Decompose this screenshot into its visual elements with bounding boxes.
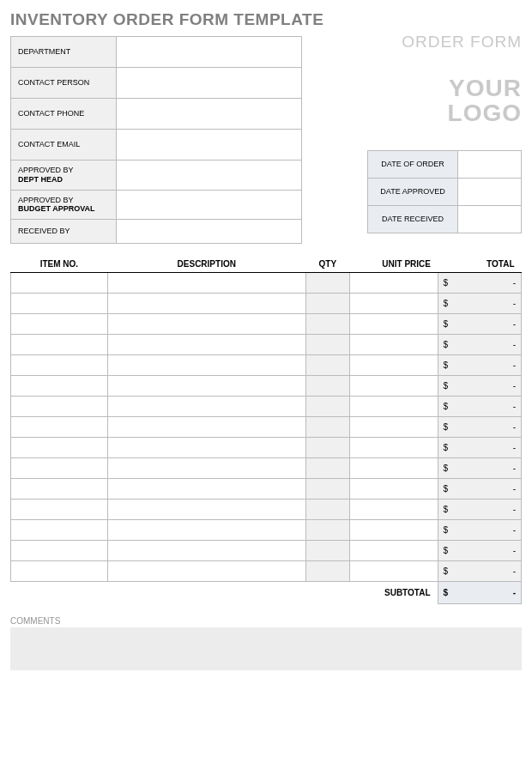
cell-unit-price[interactable] <box>349 500 438 520</box>
items-table: ITEM NO. DESCRIPTION QTY UNIT PRICE TOTA… <box>10 256 522 604</box>
info-value[interactable] <box>117 190 302 220</box>
table-row: $- <box>11 294 522 314</box>
cell-item-no[interactable] <box>11 397 108 417</box>
cell-total: $- <box>438 479 521 500</box>
cell-description[interactable] <box>107 500 305 520</box>
cell-description[interactable] <box>107 314 305 335</box>
info-label: APPROVED BYBUDGET APPROVAL <box>11 190 117 220</box>
cell-unit-price[interactable] <box>349 520 438 541</box>
order-form-label: ORDER FORM <box>402 33 522 51</box>
cell-qty[interactable] <box>305 314 349 335</box>
date-value[interactable] <box>458 205 522 233</box>
cell-description[interactable] <box>107 355 305 376</box>
comments-input[interactable] <box>10 627 522 670</box>
table-row: $- <box>11 417 522 438</box>
cell-unit-price[interactable] <box>349 438 438 458</box>
table-row: $- <box>11 438 522 458</box>
cell-qty[interactable] <box>305 417 349 438</box>
cell-total: $- <box>438 500 521 520</box>
info-value[interactable] <box>117 130 302 160</box>
cell-qty[interactable] <box>305 520 349 541</box>
cell-item-no[interactable] <box>11 438 108 458</box>
date-value[interactable] <box>458 150 522 178</box>
cell-description[interactable] <box>107 335 305 355</box>
right-column: ORDER FORM YOUR LOGO DATE OF ORDERDATE A… <box>354 36 522 244</box>
logo-line-1: YOUR <box>449 75 522 101</box>
cell-item-no[interactable] <box>11 479 108 500</box>
cell-qty[interactable] <box>305 397 349 417</box>
cell-item-no[interactable] <box>11 355 108 376</box>
cell-unit-price[interactable] <box>349 458 438 479</box>
info-value[interactable] <box>117 37 302 68</box>
cell-description[interactable] <box>107 397 305 417</box>
cell-unit-price[interactable] <box>349 397 438 417</box>
cell-description[interactable] <box>107 417 305 438</box>
cell-unit-price[interactable] <box>349 355 438 376</box>
subtotal-label: SUBTOTAL <box>11 582 438 604</box>
table-row: $- <box>11 376 522 397</box>
info-value[interactable] <box>117 160 302 191</box>
cell-qty[interactable] <box>305 294 349 314</box>
cell-unit-price[interactable] <box>349 541 438 561</box>
cell-qty[interactable] <box>305 561 349 582</box>
comments-label: COMMENTS <box>10 616 522 626</box>
cell-qty[interactable] <box>305 458 349 479</box>
table-row: $- <box>11 541 522 561</box>
cell-qty[interactable] <box>305 376 349 397</box>
cell-item-no[interactable] <box>11 376 108 397</box>
cell-item-no[interactable] <box>11 294 108 314</box>
table-row: $- <box>11 335 522 355</box>
cell-unit-price[interactable] <box>349 273 438 294</box>
cell-description[interactable] <box>107 520 305 541</box>
table-row: $- <box>11 355 522 376</box>
cell-item-no[interactable] <box>11 335 108 355</box>
info-value[interactable] <box>117 68 302 99</box>
cell-item-no[interactable] <box>11 500 108 520</box>
table-row: $- <box>11 479 522 500</box>
cell-unit-price[interactable] <box>349 314 438 335</box>
table-row: $- <box>11 397 522 417</box>
cell-qty[interactable] <box>305 500 349 520</box>
cell-item-no[interactable] <box>11 273 108 294</box>
cell-description[interactable] <box>107 294 305 314</box>
info-label: RECEIVED BY <box>11 220 117 244</box>
table-row: $- <box>11 458 522 479</box>
cell-item-no[interactable] <box>11 520 108 541</box>
cell-unit-price[interactable] <box>349 417 438 438</box>
cell-qty[interactable] <box>305 438 349 458</box>
cell-item-no[interactable] <box>11 314 108 335</box>
cell-unit-price[interactable] <box>349 294 438 314</box>
cell-total: $- <box>438 520 521 541</box>
cell-item-no[interactable] <box>11 417 108 438</box>
cell-description[interactable] <box>107 273 305 294</box>
cell-description[interactable] <box>107 458 305 479</box>
cell-description[interactable] <box>107 561 305 582</box>
cell-unit-price[interactable] <box>349 376 438 397</box>
cell-item-no[interactable] <box>11 561 108 582</box>
cell-item-no[interactable] <box>11 458 108 479</box>
logo-placeholder: YOUR LOGO <box>448 76 522 126</box>
info-label: CONTACT PERSON <box>11 68 117 99</box>
cell-unit-price[interactable] <box>349 561 438 582</box>
cell-item-no[interactable] <box>11 541 108 561</box>
cell-description[interactable] <box>107 376 305 397</box>
subtotal-row: SUBTOTAL$- <box>11 582 522 604</box>
cell-description[interactable] <box>107 479 305 500</box>
cell-qty[interactable] <box>305 479 349 500</box>
info-label: APPROVED BYDEPT HEAD <box>11 160 117 191</box>
cell-qty[interactable] <box>305 335 349 355</box>
info-panel: DEPARTMENTCONTACT PERSONCONTACT PHONECON… <box>10 36 302 244</box>
col-header-total: TOTAL <box>438 256 521 273</box>
info-value[interactable] <box>117 99 302 130</box>
cell-qty[interactable] <box>305 541 349 561</box>
cell-qty[interactable] <box>305 273 349 294</box>
cell-unit-price[interactable] <box>349 479 438 500</box>
cell-description[interactable] <box>107 438 305 458</box>
cell-description[interactable] <box>107 541 305 561</box>
cell-qty[interactable] <box>305 355 349 376</box>
col-header-description: DESCRIPTION <box>107 256 305 273</box>
date-value[interactable] <box>458 178 522 205</box>
info-value[interactable] <box>117 220 302 244</box>
cell-unit-price[interactable] <box>349 335 438 355</box>
logo-line-2: LOGO <box>448 100 522 126</box>
